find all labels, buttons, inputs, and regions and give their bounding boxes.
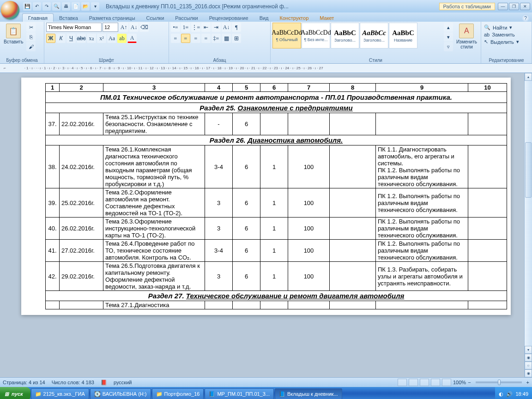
scroll-up-icon[interactable]: ▴ <box>525 73 532 81</box>
scroll-thumb[interactable] <box>525 142 532 198</box>
zoom-thumb[interactable] <box>498 380 501 385</box>
style-no-spacing[interactable]: AaBbCcDd¶ Без инте... <box>302 23 330 48</box>
minimize-button[interactable]: — <box>498 3 508 10</box>
maximize-button[interactable]: ❐ <box>509 3 519 10</box>
copy-icon[interactable]: ⎘ <box>26 32 36 42</box>
sort-button[interactable]: A↓ <box>222 23 231 32</box>
format-painter-icon[interactable]: 🖌 <box>26 42 36 51</box>
save-icon[interactable]: 💾 <box>23 2 31 11</box>
show-marks-button[interactable]: ¶ <box>232 23 241 32</box>
clear-format-icon[interactable]: ⌫ <box>139 23 149 32</box>
change-case-button[interactable]: Aa <box>107 34 116 43</box>
styles-row-up-icon[interactable]: ▴ <box>444 23 453 32</box>
spell-check-icon[interactable]: 📕 <box>101 380 107 386</box>
browse-object-icon[interactable]: ○ <box>525 362 532 369</box>
styles-more-icon[interactable]: ▿ <box>444 42 453 51</box>
help-icon[interactable]: ? <box>522 14 529 22</box>
draft-view-icon[interactable] <box>442 379 451 386</box>
taskbar-item[interactable]: 📁Портфолио_16 <box>152 388 204 399</box>
tab-table-design[interactable]: Конструктор <box>274 14 314 22</box>
style-heading2[interactable]: AaBbCcЗаголово... <box>360 23 388 48</box>
align-left-button[interactable]: ≡ <box>171 34 180 43</box>
clock[interactable]: 18:49 <box>515 391 528 397</box>
tab-mailings[interactable]: Рассылки <box>169 14 203 22</box>
line-spacing-button[interactable]: ‡≡ <box>212 34 221 43</box>
office-button[interactable] <box>1 1 19 19</box>
tab-table-layout[interactable]: Макет <box>314 14 339 22</box>
preview-icon[interactable]: 🔍 <box>52 2 60 11</box>
zoom-level[interactable]: 100% <box>453 380 466 385</box>
borders-button[interactable]: ⊞ <box>232 34 241 43</box>
vertical-scrollbar[interactable]: ▴ ▾ ◉ ○ ◉ <box>524 73 532 377</box>
select-button[interactable]: ↖Выделить ▾ <box>483 38 520 45</box>
word-count[interactable]: Число слов: 4 183 <box>52 380 94 385</box>
styles-row-down-icon[interactable]: ▾ <box>444 32 453 42</box>
document-area[interactable]: 1 2 3 4 5 6 7 8 9 10 ПМ.01 Техническое о… <box>0 73 532 377</box>
align-right-button[interactable]: ≡ <box>191 34 200 43</box>
font-color-button[interactable]: A <box>127 34 137 43</box>
shading-button[interactable]: ▦ <box>222 34 231 43</box>
find-button[interactable]: 🔍Найти ▾ <box>483 24 513 31</box>
strike-button[interactable]: abc <box>77 34 86 43</box>
prev-page-icon[interactable]: ◉ <box>525 354 532 362</box>
bullets-button[interactable]: •≡ <box>171 23 180 32</box>
style-normal[interactable]: AaBbCcDd¶ Обычный <box>272 23 301 48</box>
tab-insert[interactable]: Вставка <box>54 14 84 22</box>
full-screen-view-icon[interactable] <box>409 379 418 386</box>
main-table[interactable]: 1 2 3 4 5 6 7 8 9 10 ПМ.01 Техническое о… <box>45 83 507 309</box>
taskbar-item[interactable]: 📘МР_ПМ.01_ПП.01_3... <box>205 388 274 399</box>
zoom-out-button[interactable]: − <box>468 380 471 385</box>
style-heading1[interactable]: AaBbCЗаголово... <box>331 23 359 48</box>
replace-button[interactable]: abЗаменить <box>483 31 516 38</box>
close-button[interactable]: ✕ <box>520 3 530 10</box>
tab-page-layout[interactable]: Разметка страницы <box>84 14 141 22</box>
tab-home[interactable]: Главная <box>22 13 54 22</box>
next-page-icon[interactable]: ◉ <box>525 369 532 377</box>
taskbar-item[interactable]: 📁2125_кв.экз._ГИА <box>31 388 89 399</box>
print-layout-view-icon[interactable] <box>398 379 407 386</box>
style-title[interactable]: AaBbCНазвание <box>389 23 417 48</box>
cut-icon[interactable]: ✂ <box>26 23 36 32</box>
italic-button[interactable]: К <box>56 34 66 43</box>
undo-icon[interactable]: ↶ <box>33 2 41 11</box>
zoom-slider[interactable] <box>476 381 522 383</box>
grow-font-icon[interactable]: A↑ <box>119 23 128 32</box>
underline-button[interactable]: Ч <box>66 34 76 43</box>
superscript-button[interactable]: x² <box>97 34 106 43</box>
tab-view[interactable]: Вид <box>254 14 274 22</box>
indent-right-button[interactable]: ⇥ <box>212 23 221 32</box>
zoom-in-button[interactable]: + <box>526 380 529 385</box>
language-indicator[interactable]: русский <box>114 380 132 385</box>
outline-view-icon[interactable] <box>431 379 440 386</box>
justify-button[interactable]: ≡ <box>201 34 211 43</box>
shrink-font-icon[interactable]: A↓ <box>129 23 139 32</box>
open-icon[interactable]: 📂 <box>81 2 90 11</box>
qat-more-icon[interactable]: ▾ <box>91 2 99 11</box>
taskbar-item[interactable]: 💽ВАСИЛЬЕВНА (H:) <box>90 388 151 399</box>
font-name-select[interactable] <box>46 23 102 32</box>
multilevel-button[interactable]: ⋮≡ <box>191 23 200 32</box>
paste-button[interactable]: 📋 Вставить <box>2 23 25 45</box>
scroll-down-icon[interactable]: ▾ <box>525 346 532 354</box>
new-icon[interactable]: 📄 <box>72 2 80 11</box>
ruler[interactable]: ⌐ · 1 · ı · · · ı · 1 · ı · 2 · ı · 3 · … <box>0 64 532 73</box>
font-size-select[interactable] <box>103 23 118 32</box>
system-tray[interactable]: ◐ 🔊 18:49 <box>495 387 532 399</box>
indent-left-button[interactable]: ⇤ <box>201 23 211 32</box>
subscript-button[interactable]: x₂ <box>87 34 96 43</box>
print-icon[interactable]: 🖶 <box>62 2 70 11</box>
web-layout-view-icon[interactable] <box>420 379 429 386</box>
taskbar-item-active[interactable]: 📘Вкладыш к дневник... <box>275 388 342 399</box>
highlight-button[interactable]: ab <box>117 34 127 43</box>
start-button[interactable]: ⊞пуск <box>0 387 30 399</box>
tab-review[interactable]: Рецензирование <box>204 14 254 22</box>
redo-icon[interactable]: ↷ <box>42 2 51 11</box>
page-indicator[interactable]: Страница: 4 из 14 <box>3 380 45 385</box>
tab-references[interactable]: Ссылки <box>141 14 170 22</box>
align-center-button[interactable]: ≡ <box>181 34 190 43</box>
bold-button[interactable]: Ж <box>46 34 55 43</box>
tray-icon[interactable]: 🔊 <box>506 391 513 397</box>
numbering-button[interactable]: 1≡ <box>181 23 190 32</box>
change-styles-button[interactable]: A Изменить стили <box>454 23 479 50</box>
tray-icon[interactable]: ◐ <box>499 391 503 397</box>
